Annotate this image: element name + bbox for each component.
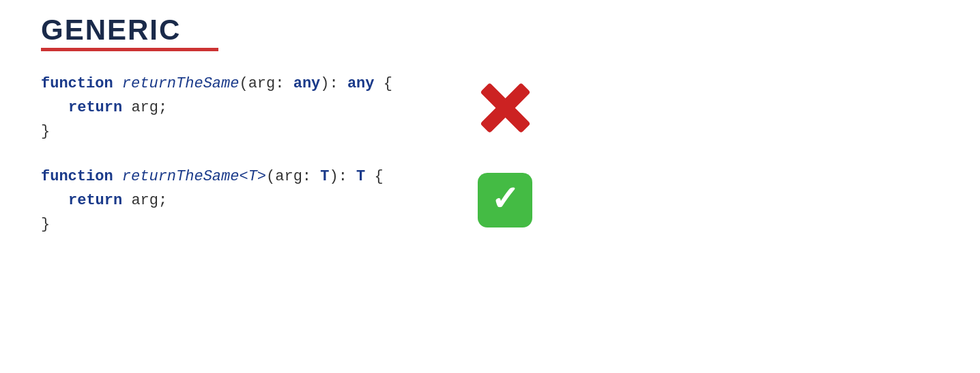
code-line-3-bad: } <box>41 120 423 143</box>
code-line-1-bad: function returnTheSame(arg: any): any { <box>41 72 423 96</box>
keyword-function-bad: function <box>41 75 113 92</box>
code-line-2-good: return arg; <box>41 189 423 212</box>
code-block-bad: function returnTheSame(arg: any): any { … <box>41 72 423 144</box>
code-block-good: function returnTheSame<T>(arg: T): T { r… <box>41 165 423 237</box>
x-mark-icon <box>478 81 532 135</box>
check-mark-icon: ✓ <box>478 173 532 227</box>
funcname-bad: returnTheSame <box>122 75 240 92</box>
title-underline <box>41 48 218 51</box>
code-line-1-good: function returnTheSame<T>(arg: T): T { <box>41 165 423 189</box>
example-row-good: function returnTheSame<T>(arg: T): T { r… <box>41 165 939 237</box>
keyword-function-good: function <box>41 168 113 185</box>
keyword-return-good: return <box>68 192 122 209</box>
keyword-return-bad: return <box>68 99 122 116</box>
good-icon-container: ✓ <box>478 173 532 227</box>
bad-icon-container <box>478 81 532 135</box>
type-T-param: T <box>320 168 329 185</box>
page-title: GENERIC <box>41 14 181 46</box>
check-mark-symbol: ✓ <box>491 182 519 216</box>
page-container: GENERIC function returnTheSame(arg: any)… <box>0 0 980 373</box>
code-line-2-bad: return arg; <box>41 96 423 120</box>
example-row-bad: function returnTheSame(arg: any): any { … <box>41 72 939 144</box>
type-any-return: any <box>347 75 375 92</box>
examples-container: function returnTheSame(arg: any): any { … <box>41 72 939 236</box>
funcname-good: returnTheSame<T> <box>122 168 266 185</box>
header-section: GENERIC <box>41 14 939 51</box>
type-T-return: T <box>356 168 365 185</box>
type-any-param: any <box>293 75 321 92</box>
code-line-3-good: } <box>41 212 423 236</box>
